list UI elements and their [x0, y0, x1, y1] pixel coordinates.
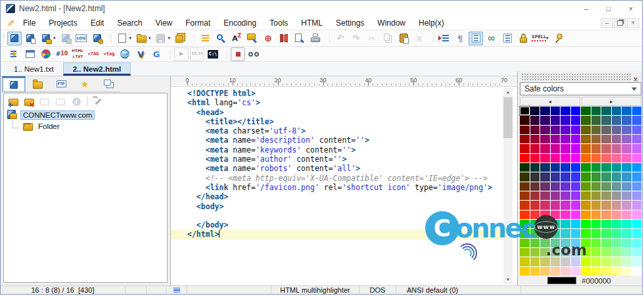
palette-swatch-66CC99[interactable] — [551, 239, 561, 247]
palette-swatch-CC9999[interactable] — [612, 201, 622, 209]
palette-swatch-333399[interactable] — [551, 172, 561, 181]
code-line-14[interactable] — [187, 211, 503, 220]
palette-swatch-FF9966[interactable] — [601, 210, 611, 219]
palette-swatch-00FF99[interactable] — [612, 220, 622, 228]
palette-swatch-336600[interactable] — [581, 116, 591, 124]
palette-swatch-66CCFF[interactable] — [571, 239, 581, 247]
line-numbers-icon[interactable] — [469, 32, 483, 45]
palette-swatch-CCFF00[interactable] — [581, 257, 591, 266]
palette-swatch-993300[interactable] — [520, 191, 530, 200]
project-info-icon[interactable] — [69, 95, 83, 109]
palette-swatch-CCCC33[interactable] — [530, 257, 540, 266]
palette-swatch-99CC00[interactable] — [520, 248, 530, 257]
palette-swatch-336666[interactable] — [601, 116, 611, 124]
palette-swatch-0033FF[interactable] — [571, 163, 581, 172]
code-line-2[interactable]: <html lang='cs'> — [187, 98, 503, 107]
palette-swatch-339900[interactable] — [581, 172, 591, 181]
palette-swatch-FF6633[interactable] — [591, 154, 601, 162]
palette-swatch-993399[interactable] — [551, 191, 561, 200]
palette-swatch-999933[interactable] — [591, 191, 601, 200]
menu-encoding[interactable]: Encoding — [217, 17, 263, 29]
word-wrap-icon[interactable] — [484, 32, 499, 45]
code-area[interactable]: <!DOCTYPE html><html lang='cs'> <head> <… — [171, 87, 503, 285]
palette-swatch-FF33CC[interactable] — [561, 210, 570, 219]
palette-swatch-006600[interactable] — [581, 107, 591, 115]
palette-swatch-CC0099[interactable] — [551, 144, 561, 153]
close-icon[interactable]: × — [620, 1, 642, 16]
palette-swatch-6633CC[interactable] — [561, 182, 570, 191]
palette-swatch-FF6600[interactable] — [581, 154, 591, 162]
palette-swatch-33FF33[interactable] — [591, 229, 601, 237]
palette-swatch-999966[interactable] — [601, 191, 611, 200]
palette-swatch-CCFFFF[interactable] — [632, 257, 642, 266]
palette-swatch-33CC00[interactable] — [520, 229, 530, 237]
palette-swatch-CCCC00[interactable] — [520, 257, 530, 266]
palette-swatch-6666FF[interactable] — [632, 126, 642, 134]
palette-swatch-666600[interactable] — [581, 126, 591, 134]
palette-swatch-3366CC[interactable] — [622, 116, 632, 124]
palette-swatch-660099[interactable] — [551, 126, 561, 134]
panel-grip[interactable] — [521, 73, 640, 81]
palette-swatch-009900[interactable] — [581, 163, 591, 172]
palette-swatch-FFCCFF[interactable] — [571, 267, 581, 276]
color-code-icon[interactable] — [55, 47, 69, 61]
palette-swatch-0000FF[interactable] — [571, 107, 581, 115]
tree-item-root[interactable]: CONNECTwww.com — [4, 109, 167, 120]
reformat-icon[interactable] — [198, 32, 212, 45]
palette-swatch-99FF00[interactable] — [581, 248, 591, 257]
palette-swatch-3366FF[interactable] — [632, 116, 642, 124]
palette-swatch-330066[interactable] — [540, 116, 550, 124]
palette-swatch-CC33CC[interactable] — [561, 201, 570, 209]
palette-swatch-33FF99[interactable] — [612, 229, 622, 237]
lowercase-tags-icon[interactable] — [102, 47, 116, 61]
text-preview-glasses-icon[interactable] — [246, 47, 261, 61]
palette-swatch-FFFF33[interactable] — [591, 267, 601, 276]
palette-swatch-FF9999[interactable] — [612, 210, 622, 219]
redo-icon[interactable] — [349, 32, 363, 45]
maximize-icon[interactable]: □ — [597, 1, 620, 16]
scroll-up-icon[interactable] — [503, 87, 513, 97]
palette-swatch-330033[interactable] — [530, 116, 540, 124]
palette-swatch-9966CC[interactable] — [622, 135, 632, 143]
palette-swatch-0066CC[interactable] — [622, 107, 632, 115]
palette-swatch-CC6666[interactable] — [601, 144, 611, 153]
palette-swatch-996699[interactable] — [612, 135, 622, 143]
palette-swatch-FF99FF[interactable] — [632, 210, 642, 219]
palette-swatch-FFCC66[interactable] — [540, 267, 550, 276]
print-preview-icon[interactable] — [292, 32, 307, 45]
palette-swatch-33CC66[interactable] — [540, 229, 550, 237]
project-log-icon[interactable] — [74, 32, 89, 45]
palette-swatch-66FF33[interactable] — [591, 239, 601, 247]
code-line-16[interactable]: </html> — [171, 230, 503, 239]
palette-swatch-9933FF[interactable] — [571, 191, 581, 200]
palette-prev-button[interactable]: ◄ — [520, 97, 580, 106]
goto-line-icon[interactable] — [261, 32, 275, 45]
read-only-lock-icon[interactable] — [516, 32, 530, 45]
palette-swatch-FF3366[interactable] — [540, 210, 550, 219]
palette-swatch-00CC66[interactable] — [540, 220, 550, 228]
palette-swatch-6699FF[interactable] — [632, 182, 642, 191]
palette-swatch-FF0033[interactable] — [530, 154, 540, 162]
palette-swatch-996600[interactable] — [581, 135, 591, 143]
project-open-icon[interactable] — [39, 32, 53, 45]
palette-swatch-3399CC[interactable] — [622, 172, 632, 181]
palette-swatch-CC0066[interactable] — [540, 144, 550, 153]
palette-swatch-CC3333[interactable] — [530, 201, 540, 209]
palette-swatch-CCCCFF[interactable] — [571, 257, 581, 266]
palette-swatch-006699[interactable] — [612, 107, 622, 115]
palette-swatch-FFCC00[interactable] — [520, 267, 530, 276]
palette-swatch-009933[interactable] — [591, 163, 601, 172]
palette-swatch-996666[interactable] — [601, 135, 611, 143]
palette-swatch-666699[interactable] — [612, 126, 622, 134]
delete-icon[interactable] — [412, 32, 426, 45]
palette-swatch-9999CC[interactable] — [622, 191, 632, 200]
palette-swatch-990000[interactable] — [520, 135, 530, 143]
replace-icon[interactable] — [229, 32, 244, 45]
palette-swatch-66FF66[interactable] — [601, 239, 611, 247]
html-to-text-icon[interactable] — [70, 47, 85, 61]
palette-swatch-6699CC[interactable] — [622, 182, 632, 191]
bookmarks-icon[interactable] — [277, 32, 291, 45]
palette-swatch-99CCCC[interactable] — [561, 248, 570, 257]
palette-swatch-6600CC[interactable] — [561, 126, 570, 134]
record-macro-icon[interactable] — [231, 47, 245, 61]
